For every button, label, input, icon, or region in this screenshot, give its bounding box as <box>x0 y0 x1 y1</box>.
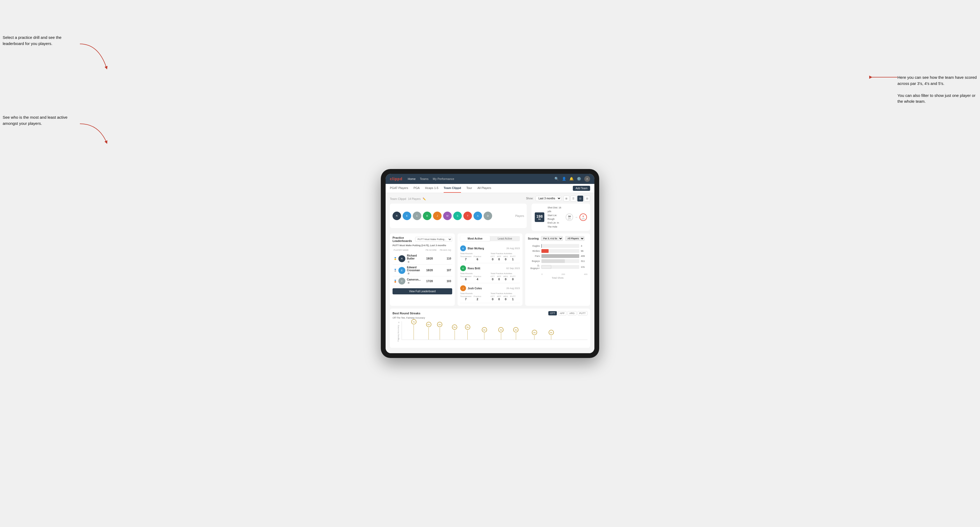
activity-date-1: 26 Aug 2023 <box>506 247 520 250</box>
nav-icons: 🔍 👤 🔔 ⚙️ A <box>554 176 590 182</box>
lb-avatar-1[interactable]: R <box>398 255 405 262</box>
total-rounds-group-1: Total Rounds Tournament 7 Practice 6 <box>460 252 490 261</box>
streak-btn-arg[interactable]: ARG <box>568 311 577 316</box>
bogeys-value: 311 <box>581 260 587 262</box>
tab-pga[interactable]: PGA <box>414 184 420 193</box>
annotation-top-left: Select a practice drill and see the lead… <box>3 35 80 46</box>
lb-player-2-info: Edward Crossman 2 <box>407 266 421 275</box>
table-view-icon[interactable]: ⊟ <box>584 195 590 202</box>
lb-player-2-name: Edward Crossman <box>407 266 421 272</box>
lb-avatar-3[interactable]: C <box>398 278 405 284</box>
bogeys-bar-fill <box>541 259 565 263</box>
lb-avatar-2[interactable]: E <box>398 267 405 274</box>
activity-player-3-header: J Josh Coles 26 Aug 2023 <box>460 285 520 291</box>
x-axis-label: Total Shots <box>528 276 587 279</box>
show-dropdown[interactable]: Last 3 months Last 6 months Last year <box>536 196 562 201</box>
practice-activities-group-1: Total Practice Activities OTT 0 APP 0 <box>490 252 520 261</box>
lb-rank-badge-1: 1 <box>407 260 410 263</box>
practice-col-1: Practice 6 <box>474 255 481 261</box>
lb-player-1-name: Richard Butler <box>407 254 421 260</box>
player-avatar-10[interactable]: D <box>484 211 492 220</box>
streak-btn-app[interactable]: APP <box>558 311 566 316</box>
col-player-name: PLAYER NAME <box>394 249 425 251</box>
shot-badge-label: SG <box>538 218 541 220</box>
activity-player-2-header: R Rees Britt 02 Sep 2023 <box>460 265 520 271</box>
scoring-header: Scoring Par 3, 4 & 5s All Players <box>528 236 587 241</box>
streak-btn-group: OTT APP ARG PUTT <box>548 311 587 316</box>
practice-activities-label-1: Total Practice Activities <box>490 252 520 255</box>
activity-date-3: 26 Aug 2023 <box>506 287 520 290</box>
tab-all-players[interactable]: All Players <box>477 184 492 193</box>
shot-circle-2: 0 yds <box>579 213 587 221</box>
tab-tour[interactable]: Tour <box>466 184 472 193</box>
dbogeys-value: 131 <box>581 266 587 268</box>
player-avatar-7[interactable]: S <box>453 211 462 220</box>
nav-logo: clippd <box>390 177 402 181</box>
list-view-icon[interactable]: ☰ <box>570 195 576 202</box>
players-label: Players <box>515 214 524 217</box>
view-leaderboard-button[interactable]: View Full Leaderboard <box>393 288 452 294</box>
player-avatar-1[interactable]: R <box>393 211 401 220</box>
card-view-icon[interactable]: ⊡ <box>578 195 583 202</box>
player-avatar-5[interactable]: J <box>433 211 442 220</box>
top-nav: clippd Home Teams My Performance 🔍 👤 🔔 ⚙… <box>386 174 594 184</box>
user-avatar[interactable]: A <box>584 176 590 182</box>
eagles-label: Eagles <box>528 244 540 247</box>
nav-item-home[interactable]: Home <box>408 177 415 181</box>
tab-team-clippd[interactable]: Team Clippd <box>444 184 461 193</box>
activity-avatar-2[interactable]: R <box>460 265 466 271</box>
activity-date-2: 02 Sep 2023 <box>506 267 520 270</box>
shot-circles: 16 yds → 0 yds <box>566 213 587 221</box>
player-avatar-6[interactable]: M <box>443 211 452 220</box>
scoring-player-filter[interactable]: All Players <box>565 236 584 241</box>
bell-icon[interactable]: 🔔 <box>570 177 574 181</box>
streak-btn-putt[interactable]: PUTT <box>578 311 588 316</box>
bar-chart: Eagles 3 Birdies 96 <box>528 243 587 272</box>
search-icon[interactable]: 🔍 <box>554 177 559 181</box>
nav-item-performance[interactable]: My Performance <box>433 177 454 181</box>
player-count: 14 Players <box>408 197 420 200</box>
lb-player-1-info: Richard Butler 1 <box>407 254 421 263</box>
activity-avatar-1[interactable]: B <box>460 245 466 251</box>
secondary-nav: PGAT Players PGA Hcaps 1-5 Team Clippd T… <box>386 184 594 193</box>
birdies-bar-container <box>541 249 579 253</box>
tab-most-active[interactable]: Most Active <box>460 236 490 241</box>
activity-player-2: R Rees Britt 02 Sep 2023 Total Rounds To… <box>460 263 520 283</box>
putt-val-1: 1 <box>510 258 515 261</box>
player-avatar-9[interactable]: A <box>474 211 482 220</box>
tablet-screen: clippd Home Teams My Performance 🔍 👤 🔔 ⚙… <box>386 174 594 353</box>
practice-val-1: 6 <box>474 258 481 261</box>
add-team-button[interactable]: Add Team <box>573 186 590 191</box>
scoring-par-filter[interactable]: Par 3, 4 & 5s <box>541 236 563 241</box>
activity-player-1: B Blair McHarg 26 Aug 2023 Total Rounds … <box>460 243 520 263</box>
tab-least-active[interactable]: Least Active <box>490 236 520 241</box>
bogeys-bar-container <box>541 259 579 263</box>
settings-icon[interactable]: ⚙️ <box>577 177 581 181</box>
player-avatar-2[interactable]: E <box>402 211 411 220</box>
shot-circle-1: 16 yds <box>566 213 573 221</box>
activity-player-3: J Josh Coles 26 Aug 2023 Total Rounds To… <box>460 283 520 303</box>
streak-subtitle: Off The Tee, Fairway Accuracy <box>393 316 587 319</box>
player-avatar-8[interactable]: T <box>463 211 472 220</box>
bar-eagles: Eagles 3 <box>528 244 587 248</box>
edit-icon[interactable]: ✏️ <box>423 197 426 200</box>
people-icon[interactable]: 👤 <box>562 177 566 181</box>
bar-bogeys: Bogeys 311 <box>528 259 587 263</box>
shot-badge: 198 SG <box>535 213 544 222</box>
activity-avatar-3[interactable]: J <box>460 285 466 291</box>
drill-dropdown[interactable]: PUTT Must Make Putting... <box>415 237 452 242</box>
x-label-200: 200 <box>562 273 565 275</box>
streak-btn-ott[interactable]: OTT <box>548 311 557 316</box>
bar-chart-x-labels: 0 200 400 <box>528 273 587 275</box>
leaderboard-row-1: 🥇 R Richard Butler 1 19/20 110 <box>393 253 452 265</box>
arrow-top-left <box>77 41 109 73</box>
activity-name-2: Rees Britt <box>468 267 480 270</box>
player-avatar-4[interactable]: B <box>423 211 431 220</box>
player-avatar-3[interactable]: C <box>413 211 421 220</box>
nav-item-teams[interactable]: Teams <box>420 177 428 181</box>
grid-view-icon[interactable]: ⊞ <box>563 195 570 202</box>
tab-hcaps[interactable]: Hcaps 1-5 <box>425 184 438 193</box>
tab-pgat[interactable]: PGAT Players <box>390 184 408 193</box>
shot-start-lie: Start Lie: Rough <box>547 213 562 221</box>
arrow-connector: → <box>575 215 578 219</box>
